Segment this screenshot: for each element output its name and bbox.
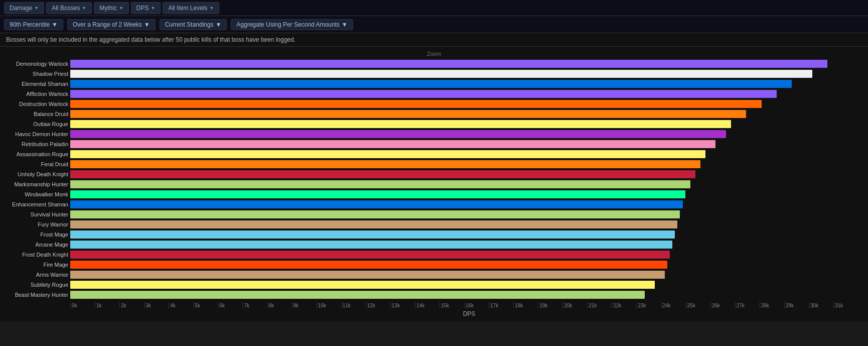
bar-row: Frost Mage — [70, 230, 858, 239]
bar-fill — [70, 210, 680, 218]
aggregate-arrow-icon: ▼ — [342, 21, 348, 28]
bar-label: Beast Mastery Hunter — [0, 290, 68, 299]
bar-fill — [70, 140, 715, 148]
bar-fill — [70, 70, 812, 78]
x-axis-label: DPS — [0, 310, 868, 317]
x-tick: 29k — [784, 302, 809, 308]
bar-label: Havoc Demon Hunter — [0, 130, 68, 139]
bar-row: Destruction Warlock — [70, 99, 858, 108]
x-tick: 24k — [661, 302, 686, 308]
bar-track — [70, 251, 858, 259]
filter-range[interactable]: Over a Range of 2 Weeks ▼ — [67, 19, 156, 30]
chart-area: Demonology WarlockShadow PriestElemental… — [0, 59, 868, 300]
bar-row: Shadow Priest — [70, 69, 858, 78]
bar-label: Enhancement Shaman — [0, 200, 68, 209]
top-nav: Damage ▼ All Bosses ▼ Mythic ▼ DPS ▼ All… — [0, 0, 868, 16]
bar-track — [70, 100, 858, 108]
bar-label: Outlaw Rogue — [0, 120, 68, 129]
x-tick: 20k — [562, 302, 587, 308]
x-tick: 12k — [366, 302, 390, 308]
x-tick: 1k — [95, 302, 119, 308]
bar-fill — [70, 230, 675, 239]
bar-fill — [70, 100, 762, 108]
all-bosses-arrow-icon: ▼ — [82, 6, 86, 11]
dps-arrow-icon: ▼ — [151, 6, 156, 11]
bar-fill — [70, 200, 683, 208]
bar-track — [70, 210, 858, 218]
x-tick: 10k — [317, 302, 341, 308]
bar-label: Elemental Shaman — [0, 79, 68, 88]
x-tick: 25k — [686, 302, 710, 308]
nav-mythic[interactable]: Mythic ▼ — [94, 2, 129, 14]
bar-row: Feral Druid — [70, 160, 858, 169]
bar-label: Demonology Warlock — [0, 59, 68, 68]
bar-label: Unholy Death Knight — [0, 170, 68, 179]
filter-standings[interactable]: Current Standings ▼ — [160, 19, 227, 30]
bar-row: Windwalker Monk — [70, 190, 858, 199]
bar-track — [70, 170, 858, 178]
filter-aggregate[interactable]: Aggregate Using Per Second Amounts ▼ — [231, 19, 353, 30]
standings-arrow-icon: ▼ — [215, 21, 221, 28]
bar-label: Frost Death Knight — [0, 250, 68, 259]
bar-fill — [70, 120, 731, 128]
bar-track — [70, 291, 858, 299]
x-tick: 17k — [489, 302, 513, 308]
bar-label: Fire Mage — [0, 260, 68, 269]
filter-bar: 90th Percentile ▼ Over a Range of 2 Week… — [0, 16, 868, 33]
bar-row: Retribution Paladin — [70, 140, 858, 149]
bar-track — [70, 70, 858, 78]
bar-track — [70, 200, 858, 208]
zoom-label: Zoom — [0, 51, 868, 57]
bar-track — [70, 110, 858, 118]
bar-fill — [70, 251, 670, 259]
bar-row: Arcane Mage — [70, 240, 858, 249]
x-tick: 26k — [710, 302, 735, 308]
x-tick: 3k — [144, 302, 169, 308]
bar-track — [70, 190, 858, 198]
nav-damage[interactable]: Damage ▼ — [4, 2, 44, 14]
x-tick: 8k — [267, 302, 292, 308]
bar-row: Outlaw Rogue — [70, 120, 858, 129]
x-tick: 11k — [341, 302, 366, 308]
bar-row: Affliction Warlock — [70, 89, 858, 98]
nav-all-bosses[interactable]: All Bosses ▼ — [46, 2, 92, 14]
bar-label: Marksmanship Hunter — [0, 180, 68, 189]
bar-track — [70, 150, 858, 158]
bar-track — [70, 230, 858, 239]
x-tick: 5k — [193, 302, 218, 308]
bar-fill — [70, 291, 645, 299]
bar-track — [70, 120, 858, 128]
bar-row: Havoc Demon Hunter — [70, 130, 858, 139]
bar-label: Destruction Warlock — [0, 99, 68, 108]
nav-all-item-levels[interactable]: All Item Levels ▼ — [163, 2, 219, 14]
bar-label: Survival Hunter — [0, 210, 68, 219]
bar-fill — [70, 281, 655, 289]
x-tick: 9k — [292, 302, 317, 308]
x-tick: 13k — [390, 302, 415, 308]
bar-label: Feral Druid — [0, 160, 68, 169]
bar-fill — [70, 90, 777, 98]
filter-percentile[interactable]: 90th Percentile ▼ — [4, 19, 63, 30]
bar-label: Frost Mage — [0, 230, 68, 239]
chart-container: Zoom Demonology WarlockShadow PriestElem… — [0, 47, 868, 321]
x-tick: 21k — [587, 302, 612, 308]
bar-fill — [70, 170, 695, 178]
bar-track — [70, 261, 858, 269]
x-tick: 19k — [538, 302, 562, 308]
nav-dps[interactable]: DPS ▼ — [131, 2, 161, 14]
x-tick: 23k — [636, 302, 661, 308]
bar-fill — [70, 190, 685, 198]
bar-label: Shadow Priest — [0, 69, 68, 78]
bar-track — [70, 281, 858, 289]
item-levels-arrow-icon: ▼ — [209, 6, 214, 11]
bar-track — [70, 130, 858, 138]
bar-row: Balance Druid — [70, 109, 858, 119]
bar-row: Demonology Warlock — [70, 59, 858, 68]
bar-track — [70, 160, 858, 168]
x-tick: 2k — [119, 302, 144, 308]
bar-track — [70, 220, 858, 228]
percentile-arrow-icon: ▼ — [52, 21, 58, 28]
bar-row: Frost Death Knight — [70, 250, 858, 259]
bar-track — [70, 241, 858, 249]
bar-label: Arms Warrior — [0, 270, 68, 279]
